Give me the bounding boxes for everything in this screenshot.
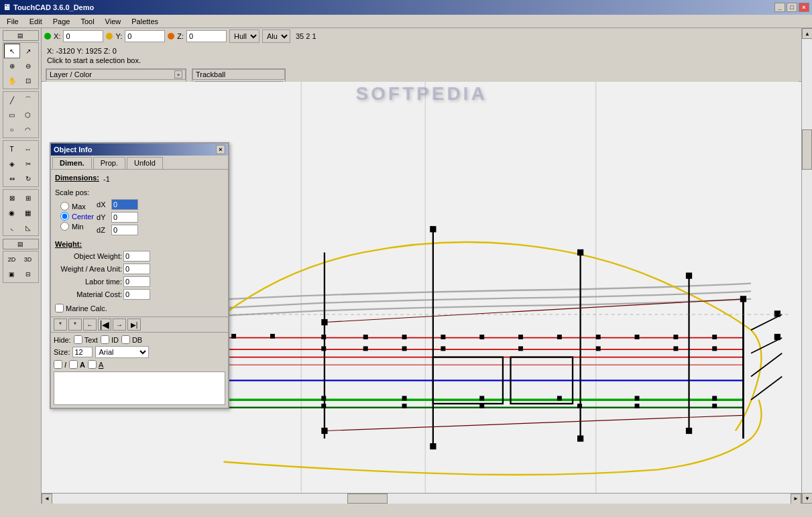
node-tool[interactable]: ◈	[4, 156, 20, 171]
render-tool[interactable]: ▣	[4, 267, 20, 282]
shape-tool[interactable]: ◉	[4, 205, 20, 220]
rotate-tool[interactable]: ↻	[20, 171, 36, 186]
nav-prev-group[interactable]: *	[54, 319, 67, 331]
pan-tool[interactable]: ✋	[4, 73, 20, 88]
pointer-tool[interactable]: ↖	[4, 44, 20, 58]
underline-checkbox[interactable]	[88, 360, 97, 369]
canvas-area[interactable]: SOFTPEDIA	[42, 82, 801, 493]
svg-rect-46	[402, 346, 407, 351]
tab-dimen[interactable]: Dimen.	[52, 157, 92, 169]
nav-next[interactable]: →	[113, 319, 126, 331]
y-input[interactable]	[125, 30, 165, 42]
italic-checkbox[interactable]	[54, 360, 62, 369]
tab-prop[interactable]: Prop.	[93, 157, 125, 169]
nav-prev-item[interactable]: ←	[83, 319, 97, 331]
scroll-right-btn[interactable]: ►	[791, 494, 801, 504]
minimize-button[interactable]: _	[774, 3, 785, 12]
tab-unfold[interactable]: Unfold	[127, 157, 163, 169]
text-tool[interactable]: T	[4, 141, 20, 156]
nav-next-item[interactable]: ▶|	[127, 319, 141, 331]
z-input[interactable]	[186, 30, 227, 42]
object-info-close[interactable]: ×	[216, 145, 225, 154]
surface-tool[interactable]: ▦	[20, 205, 36, 220]
hide-db-label[interactable]: DB	[121, 335, 142, 344]
unfold-tool[interactable]: ⊟	[20, 267, 36, 282]
mirror-tool[interactable]: ⇔	[4, 171, 20, 186]
zoom-out-tool[interactable]: ⊖	[20, 58, 36, 73]
layer-panel-close[interactable]: ×	[174, 70, 182, 78]
arc-tool[interactable]: ◠	[20, 122, 36, 137]
weight-area-input[interactable]	[123, 264, 150, 274]
x-input[interactable]	[63, 30, 103, 42]
menu-view[interactable]: View	[100, 16, 127, 27]
material-cost-input[interactable]	[123, 289, 150, 300]
nav-first[interactable]: |◀	[98, 319, 111, 331]
object-weight-input[interactable]	[123, 251, 150, 262]
font-select[interactable]: Arial Times New Roman Courier	[95, 346, 149, 358]
marine-calc-label[interactable]: Marine Calc.	[55, 304, 224, 312]
marine-calc-checkbox[interactable]	[55, 304, 64, 312]
dx-input[interactable]	[111, 199, 138, 210]
scroll-left-btn[interactable]: ◄	[42, 494, 52, 504]
trackball-panel-titlebar[interactable]: Trackball	[192, 69, 285, 80]
array-tool[interactable]: ⊞	[20, 190, 36, 205]
scroll-thumb[interactable]	[347, 494, 388, 504]
labor-input[interactable]	[123, 276, 150, 287]
hide-text-checkbox[interactable]	[74, 335, 82, 344]
vscroll-thumb[interactable]	[802, 129, 812, 170]
italic-label[interactable]: I	[54, 360, 66, 369]
material-dropdown[interactable]: Alu	[262, 30, 290, 43]
bold-label[interactable]: A	[69, 360, 85, 369]
scroll-up-btn[interactable]: ▲	[802, 28, 812, 39]
hull-dropdown[interactable]: Hull	[229, 30, 259, 43]
menu-palettes[interactable]: Palettes	[126, 16, 164, 27]
radio-center-label: Center	[72, 213, 94, 221]
radio-center-input[interactable]	[60, 212, 69, 221]
toolbar-section-toggle-2[interactable]: ▤	[3, 239, 39, 249]
nav-prev[interactable]: *	[68, 319, 82, 331]
dz-input[interactable]	[111, 225, 138, 235]
scroll-down-btn[interactable]: ▼	[802, 493, 812, 504]
zoom-fit-tool[interactable]: ⊡	[20, 73, 36, 88]
zoom-in-tool[interactable]: ⊕	[4, 58, 20, 73]
svg-rect-45	[363, 346, 368, 351]
hide-id-checkbox[interactable]	[101, 335, 109, 344]
polygon-tool[interactable]: ⬡	[20, 107, 36, 122]
view-2d-tool[interactable]: 2D	[4, 252, 20, 267]
maximize-button[interactable]: □	[787, 3, 797, 12]
dy-label: dY	[97, 213, 110, 221]
scale-tool[interactable]: ⊠	[4, 190, 20, 205]
text-preview-area[interactable]	[54, 371, 225, 405]
close-button[interactable]: ×	[799, 3, 809, 12]
fillet-tool[interactable]: ◟	[4, 220, 20, 235]
bold-checkbox[interactable]	[69, 360, 78, 369]
hide-text-label[interactable]: Text	[74, 335, 98, 344]
rect-tool[interactable]: ▭	[4, 107, 20, 122]
view-3d-tool[interactable]: 3D	[20, 252, 36, 267]
hide-id-label[interactable]: ID	[101, 335, 119, 344]
layer-panel-titlebar[interactable]: Layer / Color ×	[46, 69, 186, 80]
dx-row: dX	[97, 199, 138, 210]
menu-edit[interactable]: Edit	[24, 16, 48, 27]
vscroll-track[interactable]	[802, 39, 812, 493]
radio-max-input[interactable]	[60, 202, 69, 211]
menu-page[interactable]: Page	[48, 16, 76, 27]
svg-rect-57	[712, 396, 717, 400]
radio-min-input[interactable]	[60, 222, 69, 231]
scroll-track[interactable]	[52, 494, 791, 504]
hide-db-checkbox[interactable]	[121, 335, 130, 344]
select-tool[interactable]: ↗	[20, 44, 36, 58]
menu-file[interactable]: File	[1, 16, 24, 27]
underline-label[interactable]: A	[88, 360, 103, 369]
dy-input[interactable]	[111, 212, 138, 223]
menu-tool[interactable]: Tool	[75, 16, 99, 27]
trim-tool[interactable]: ✂	[20, 156, 36, 171]
chamfer-tool[interactable]: ◺	[20, 220, 36, 235]
svg-rect-25	[686, 428, 692, 434]
toolbar-section-toggle-1[interactable]: ▤	[3, 30, 39, 41]
circle-tool[interactable]: ○	[4, 122, 20, 137]
line-tool[interactable]: ╱	[4, 93, 20, 107]
size-input[interactable]	[72, 347, 93, 357]
dimension-tool[interactable]: ↔	[20, 141, 36, 156]
curve-tool[interactable]: ⌒	[20, 93, 36, 107]
